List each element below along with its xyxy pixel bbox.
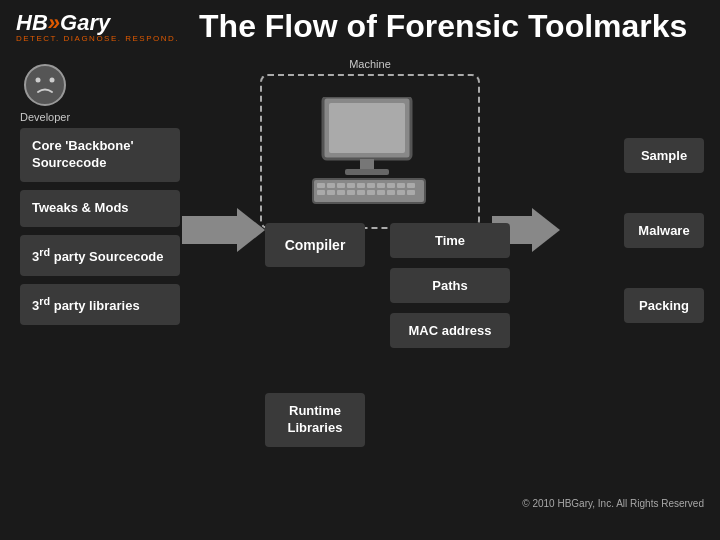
svg-point-0 — [25, 65, 65, 105]
computer-svg — [305, 97, 435, 207]
core-backbone-box: Core 'Backbone' Sourcecode — [20, 128, 180, 182]
svg-rect-27 — [407, 190, 415, 195]
svg-point-1 — [36, 78, 41, 83]
tweaks-mods-box: Tweaks & Mods — [20, 190, 180, 227]
mid-column: Time Paths MAC address — [390, 223, 510, 348]
malware-box: Malware — [624, 213, 704, 248]
arrow-left-to-compiler — [182, 208, 265, 252]
sample-box: Sample — [624, 138, 704, 173]
svg-point-2 — [50, 78, 55, 83]
svg-rect-9 — [327, 183, 335, 188]
compiler-box: Compiler — [265, 223, 365, 267]
svg-rect-15 — [387, 183, 395, 188]
svg-rect-23 — [367, 190, 375, 195]
svg-rect-8 — [317, 183, 325, 188]
svg-rect-26 — [397, 190, 405, 195]
svg-rect-22 — [357, 190, 365, 195]
page-title: The Flow of Forensic Toolmarks — [199, 8, 687, 45]
paths-box: Paths — [390, 268, 510, 303]
developer-face-icon — [23, 63, 67, 107]
computer-illustration — [305, 97, 435, 207]
svg-rect-12 — [357, 183, 365, 188]
mac-address-box: MAC address — [390, 313, 510, 348]
runtime-box: Runtime Libraries — [265, 393, 365, 447]
footer-copyright: © 2010 HBGary, Inc. All Rights Reserved — [522, 498, 704, 509]
logo-text: HB»Gary — [16, 10, 110, 36]
svg-rect-19 — [327, 190, 335, 195]
svg-rect-13 — [367, 183, 375, 188]
svg-rect-6 — [345, 169, 389, 175]
left-column: Core 'Backbone' Sourcecode Tweaks & Mods… — [20, 128, 180, 325]
machine-section: Machine — [260, 58, 480, 229]
svg-rect-16 — [397, 183, 405, 188]
3rd-party-source-box: 3rd party Sourcecode — [20, 235, 180, 276]
svg-rect-21 — [347, 190, 355, 195]
logo-area: HB»Gary DETECT. DIAGNOSE. RESPOND. — [16, 10, 179, 43]
machine-label: Machine — [260, 58, 480, 70]
main-content: Developer Machine — [0, 53, 720, 513]
svg-rect-20 — [337, 190, 345, 195]
time-box: Time — [390, 223, 510, 258]
svg-rect-24 — [377, 190, 385, 195]
svg-rect-10 — [337, 183, 345, 188]
svg-rect-25 — [387, 190, 395, 195]
svg-rect-11 — [347, 183, 355, 188]
svg-rect-18 — [317, 190, 325, 195]
developer-section: Developer — [20, 63, 70, 123]
right-column: Sample Malware Packing — [624, 138, 704, 323]
svg-rect-17 — [407, 183, 415, 188]
3rd-party-libs-box: 3rd party libraries — [20, 284, 180, 325]
logo-tagline: DETECT. DIAGNOSE. RESPOND. — [16, 34, 179, 43]
svg-rect-4 — [329, 103, 405, 153]
packing-box: Packing — [624, 288, 704, 323]
machine-box — [260, 74, 480, 229]
svg-rect-14 — [377, 183, 385, 188]
header: HB»Gary DETECT. DIAGNOSE. RESPOND. The F… — [0, 0, 720, 53]
svg-rect-5 — [360, 159, 374, 169]
developer-label: Developer — [20, 111, 70, 123]
